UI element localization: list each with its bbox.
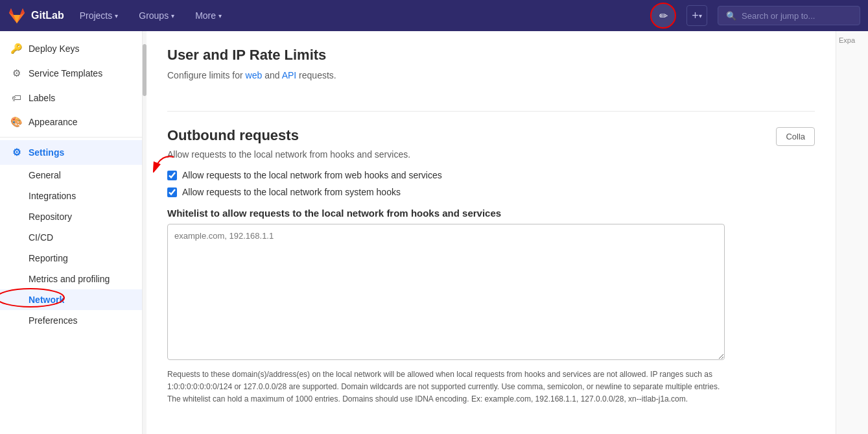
main-layout: 🔑 Deploy Keys ⚙ Service Templates 🏷 Labe… [0,31,868,434]
submenu-preferences-label: Preferences [29,315,77,326]
new-item-button[interactable]: + ▾ [686,5,707,26]
sidebar-item-service-templates[interactable]: ⚙ Service Templates [0,61,142,86]
submenu-item-general[interactable]: General [0,165,142,186]
more-label: More [195,10,216,21]
submenu-item-metrics-profiling[interactable]: Metrics and profiling [0,269,142,289]
outbound-description: Allow requests to the local network from… [167,149,410,160]
submenu-item-reporting[interactable]: Reporting [0,248,142,269]
outbound-header: Outbound requests Allow requests to the … [167,127,815,170]
projects-chevron-icon: ▾ [115,12,118,19]
gitlab-logo[interactable]: GitLab [8,6,64,25]
plus-icon: + [692,9,699,23]
whitelist-note: Requests to these domain(s)/address(es) … [167,368,725,406]
sidebar-labels-label: Labels [29,93,55,103]
outbound-header-left: Outbound requests Allow requests to the … [167,127,410,170]
groups-label: Groups [139,10,169,21]
sidebar-appearance-label: Appearance [29,117,78,127]
web-link[interactable]: web [246,70,263,80]
sidebar-deploy-keys-label: Deploy Keys [29,43,80,54]
sidebar-service-templates-label: Service Templates [29,68,102,78]
pencil-icon: ✏ [659,10,668,22]
collapse-btn-container: Colla [776,127,815,146]
rate-limits-section: User and IP Rate Limits Configure limits… [167,47,815,112]
groups-menu[interactable]: Groups ▾ [134,8,180,23]
submenu-item-integrations[interactable]: Integrations [0,186,142,206]
more-chevron-icon: ▾ [218,12,222,19]
submenu-metrics-label: Metrics and profiling [29,274,110,284]
submenu-item-cicd[interactable]: CI/CD [0,227,142,248]
whitelist-textarea[interactable] [167,224,725,360]
edit-pencil-button[interactable]: ✏ [650,3,676,29]
main-content: User and IP Rate Limits Configure limits… [147,31,836,434]
rate-limits-title: User and IP Rate Limits [167,47,815,64]
checkbox-webhooks-row: Allow requests to the local network from… [167,170,815,180]
submenu-network-label: Network [29,295,64,305]
sidebar-item-settings[interactable]: ⚙ Settings [0,140,142,165]
sidebar-item-labels[interactable]: 🏷 Labels [0,86,142,110]
more-menu[interactable]: More ▾ [190,8,227,23]
rate-limits-description: Configure limits for web and API request… [167,69,815,82]
outbound-title: Outbound requests [167,127,410,144]
submenu-item-network[interactable]: Network [0,289,142,310]
expand-hint: Expa [839,36,865,44]
top-navigation: GitLab Projects ▾ Groups ▾ More ▾ ✏ + ▾ … [0,0,868,31]
submenu-item-repository[interactable]: Repository [0,206,142,227]
submenu-general-label: General [29,170,61,180]
submenu-repository-label: Repository [29,211,72,222]
whitelist-section: Whitelist to allow requests to the local… [167,208,815,406]
search-icon: 🔍 [726,11,736,21]
sidebar-item-deploy-keys[interactable]: 🔑 Deploy Keys [0,36,142,61]
labels-icon: 🏷 [10,92,22,103]
sidebar-divider [0,137,142,138]
key-icon: 🔑 [10,43,22,54]
submenu-item-preferences[interactable]: Preferences [0,310,142,331]
settings-gear-icon: ⚙ [10,147,22,158]
projects-label: Projects [80,10,113,21]
outbound-requests-section: Outbound requests Allow requests to the … [167,127,815,406]
search-bar[interactable]: 🔍 Search or jump to... [718,6,860,25]
submenu-cicd-label: CI/CD [29,232,53,243]
checkbox-system-hooks-row: Allow requests to the local network from… [167,187,815,197]
groups-chevron-icon: ▾ [171,12,174,19]
whitelist-label: Whitelist to allow requests to the local… [167,208,815,219]
gitlab-text: GitLab [31,10,64,21]
service-templates-icon: ⚙ [10,67,22,79]
allow-system-hooks-label: Allow requests to the local network from… [182,187,401,197]
right-panel-hint: Expa [836,31,868,434]
plus-chevron-icon: ▾ [699,12,702,19]
scrollbar[interactable] [143,31,147,434]
search-placeholder-text: Search or jump to... [742,11,815,21]
scroll-thumb [143,44,147,96]
allow-webhooks-checkbox[interactable] [167,171,177,180]
appearance-icon: 🎨 [10,116,22,128]
sidebar-settings-label: Settings [29,147,64,158]
collapse-button[interactable]: Colla [776,127,815,146]
submenu-reporting-label: Reporting [29,253,68,263]
settings-submenu: General Integrations Repository CI/CD Re… [0,165,142,331]
sidebar: 🔑 Deploy Keys ⚙ Service Templates 🏷 Labe… [0,31,143,434]
projects-menu[interactable]: Projects ▾ [75,8,124,23]
submenu-integrations-label: Integrations [29,191,76,201]
api-link[interactable]: API [282,70,297,80]
allow-webhooks-label: Allow requests to the local network from… [182,170,442,180]
sidebar-item-appearance[interactable]: 🎨 Appearance [0,110,142,134]
allow-system-hooks-checkbox[interactable] [167,187,177,197]
